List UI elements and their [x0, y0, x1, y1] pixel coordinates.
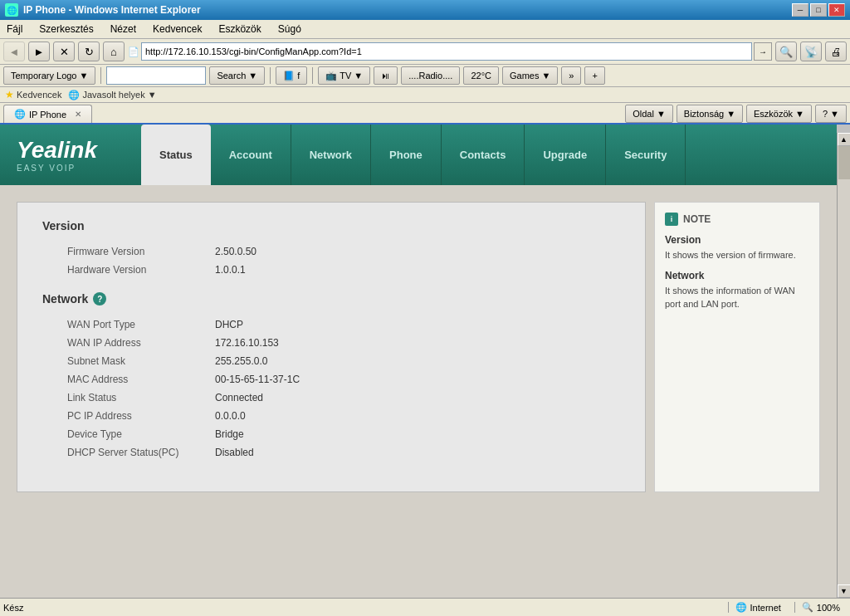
search-button[interactable]: Search ▼ — [209, 66, 265, 85]
table-row: DHCP Server Status(PC) Disabled — [42, 443, 620, 462]
forward-button[interactable]: ► — [28, 42, 50, 61]
device-type-value: Bridge — [208, 425, 620, 443]
more-button[interactable]: » — [561, 66, 581, 85]
scroll-up-button[interactable]: ▲ — [838, 133, 851, 146]
network-title-text: Network — [42, 292, 88, 306]
page-tools-button[interactable]: Oldal ▼ — [625, 105, 673, 123]
table-row: Firmware Version 2.50.0.50 — [42, 242, 620, 261]
temp-label: 22°C — [471, 71, 491, 81]
table-row: MAC Address 00-15-65-11-37-1C — [42, 370, 620, 389]
menu-bar: Fájl Szerkesztés Nézet Kedvencek Eszközö… — [0, 20, 850, 39]
menu-file[interactable]: Fájl — [3, 22, 26, 37]
dhcp-label: DHCP Server Status(PC) — [42, 443, 208, 462]
help-chevron-icon: ▼ — [830, 109, 839, 119]
nav-tab-upgrade[interactable]: Upgrade — [525, 125, 606, 185]
sugg-chevron-icon: ▼ — [148, 90, 157, 100]
menu-view[interactable]: Nézet — [107, 22, 139, 37]
table-row: Link Status Connected — [42, 389, 620, 407]
close-button[interactable]: ✕ — [828, 3, 845, 17]
network-help-icon[interactable]: ? — [93, 292, 106, 306]
games-label: Games — [510, 71, 539, 81]
menu-favorites[interactable]: Kedvencek — [149, 22, 205, 37]
weather-button[interactable]: 22°C — [463, 66, 499, 85]
note-version-title: Version — [665, 234, 809, 246]
help-label: ? — [823, 109, 828, 119]
firmware-label: Firmware Version — [42, 242, 208, 261]
status-text: Kész — [3, 603, 721, 605]
menu-help[interactable]: Súgó — [275, 22, 305, 37]
yealink-page: Yealink EASY VOIP Status Account Network… — [0, 125, 837, 604]
rss-icon[interactable]: 📡 — [800, 42, 822, 61]
security-tools-button[interactable]: Biztonság ▼ — [677, 105, 743, 123]
nav-tab-network[interactable]: Network — [291, 125, 371, 185]
nav-tab-security[interactable]: Security — [606, 125, 686, 185]
table-row: PC IP Address 0.0.0.0 — [42, 407, 620, 425]
search-input[interactable] — [106, 66, 206, 85]
star-icon: ★ — [5, 89, 14, 100]
zoom-label: 100% — [817, 603, 840, 605]
toolbar-bar: Temporary Logo ▼ Search ▼ 📘 f 📺 TV ▼ ⏯ .… — [0, 65, 850, 87]
separator-3 — [312, 67, 313, 84]
zone-label: Internet — [750, 603, 781, 605]
add-tab-button[interactable]: + — [584, 66, 604, 85]
subnet-value: 255.255.0.0 — [208, 352, 620, 370]
app-icon: 🌐 — [5, 3, 18, 17]
table-row: Device Type Bridge — [42, 425, 620, 443]
go-button[interactable]: → — [754, 42, 772, 61]
menu-tools[interactable]: Eszközök — [215, 22, 264, 37]
nav-tab-account[interactable]: Account — [211, 125, 291, 185]
scrollbar[interactable]: ▲ ▼ — [837, 133, 850, 598]
home-button[interactable]: ⌂ — [103, 42, 125, 61]
games-button[interactable]: Games ▼ — [502, 66, 558, 85]
back-button[interactable]: ◄ — [3, 42, 25, 61]
dhcp-value: Disabled — [208, 443, 620, 462]
search-chevron-icon: ▼ — [248, 71, 257, 81]
table-row: Hardware Version 1.0.0.1 — [42, 261, 620, 279]
media-button[interactable]: ⏯ — [374, 66, 398, 85]
scroll-thumb[interactable] — [838, 146, 850, 179]
address-input[interactable] — [141, 42, 752, 61]
minimize-button[interactable]: ─ — [792, 3, 808, 17]
menu-edit[interactable]: Szerkesztés — [36, 22, 96, 37]
scroll-down-button[interactable]: ▼ — [838, 584, 851, 598]
yealink-tagline: EASY VOIP — [17, 164, 125, 173]
tab-close-icon[interactable]: ✕ — [75, 110, 81, 119]
pc-ip-label: PC IP Address — [42, 407, 208, 425]
nav-tab-contacts[interactable]: Contacts — [442, 125, 525, 185]
logo-dropdown-button[interactable]: Temporary Logo ▼ — [3, 66, 95, 85]
status-right: 🌐 Internet 🔍 100% — [728, 602, 847, 604]
browser-tab[interactable]: 🌐 IP Phone ✕ — [3, 105, 92, 123]
pc-ip-value: 0.0.0.0 — [208, 407, 620, 425]
note-panel: i NOTE Version It shows the version of f… — [654, 202, 820, 492]
note-network-title: Network — [665, 270, 809, 281]
stop-button[interactable]: ✕ — [53, 42, 75, 61]
tools-button[interactable]: Eszközök ▼ — [746, 105, 812, 123]
window-title: IP Phone - Windows Internet Explorer — [23, 4, 201, 16]
suggestions-button[interactable]: 🌐 Javasolt helyek ▼ — [68, 90, 156, 100]
version-section-title: Version — [42, 219, 620, 232]
favorites-button[interactable]: ★ Kedvencek — [5, 89, 61, 100]
search-icon[interactable]: 🔍 — [775, 42, 797, 61]
radio-button[interactable]: ....Radio.... — [401, 66, 460, 85]
logo-text: Temporary Logo — [11, 71, 77, 81]
version-table: Firmware Version 2.50.0.50 Hardware Vers… — [42, 242, 620, 279]
maximize-button[interactable]: □ — [810, 3, 827, 17]
tab-bar: 🌐 IP Phone ✕ Oldal ▼ Biztonság ▼ Eszközö… — [0, 103, 850, 125]
games-chevron-icon: ▼ — [541, 71, 550, 81]
note-title: NOTE — [683, 213, 711, 225]
nav-bar: ◄ ► ✕ ↻ ⌂ 📄 → 🔍 📡 🖨 — [0, 39, 850, 65]
refresh-button[interactable]: ↻ — [78, 42, 100, 61]
nav-tab-phone[interactable]: Phone — [371, 125, 442, 185]
tv-button[interactable]: 📺 TV ▼ — [318, 66, 370, 85]
scroll-track — [838, 146, 851, 584]
tab-tools: Oldal ▼ Biztonság ▼ Eszközök ▼ ? ▼ — [625, 105, 847, 123]
facebook-button[interactable]: 📘 f — [276, 66, 307, 85]
print-icon[interactable]: 🖨 — [825, 42, 847, 61]
suggestions-icon: 🌐 — [68, 90, 80, 100]
logo-chevron-icon: ▼ — [80, 71, 89, 81]
help-button[interactable]: ? ▼ — [815, 105, 847, 123]
status-bar: Kész 🌐 Internet 🔍 100% — [0, 598, 850, 604]
wan-ip-value: 172.16.10.153 — [208, 334, 620, 352]
nav-tab-status[interactable]: Status — [141, 125, 211, 185]
zone-icon: 🌐 — [735, 602, 747, 604]
